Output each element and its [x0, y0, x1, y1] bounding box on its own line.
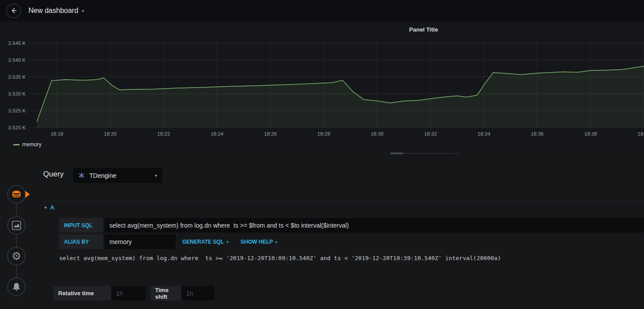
svg-text:3.525 K: 3.525 K	[8, 108, 26, 113]
query-row-collapse-toggle[interactable]: ▾ A	[44, 204, 54, 211]
svg-text:3.545 K: 3.545 K	[8, 40, 26, 46]
svg-text:18:32: 18:32	[424, 131, 437, 136]
chevron-right-icon: ▸	[276, 240, 278, 244]
legend-label: memory	[22, 141, 41, 148]
bell-icon	[12, 282, 21, 292]
svg-text:18:30: 18:30	[371, 131, 384, 136]
chevron-down-icon: ▾	[82, 8, 84, 13]
tab-queries[interactable]	[7, 185, 26, 204]
show-help-label: SHOW HELP	[240, 239, 273, 245]
svg-text:18:28: 18:28	[317, 131, 330, 136]
svg-text:18:20: 18:20	[104, 131, 117, 136]
svg-text:3.530 K: 3.530 K	[8, 91, 26, 96]
gear-icon: ⚙	[12, 251, 21, 261]
legend-color-swatch	[13, 144, 20, 145]
svg-text:18:34: 18:34	[477, 131, 490, 136]
alias-by-row: ALIAS BY GENERATE SQL ▾ SHOW HELP ▸	[59, 234, 283, 249]
chevron-down-icon: ▾	[155, 173, 157, 178]
horizontal-scrollbar[interactable]	[390, 152, 458, 155]
relative-time-field[interactable]	[111, 286, 146, 301]
generate-sql-label: GENERATE SQL	[182, 239, 224, 245]
query-row-letter: A	[50, 204, 54, 211]
alias-by-field[interactable]	[104, 234, 176, 249]
relative-time-label: Relative time	[53, 286, 111, 301]
alias-by-label: ALIAS BY	[59, 234, 103, 249]
grafana-panel-editor: New dashboard ▾ Panel Title 3.520 K3.525…	[0, 0, 644, 309]
input-sql-row: INPUT SQL	[59, 218, 644, 233]
svg-text:18:26: 18:26	[264, 131, 277, 136]
dashboard-title: New dashboard	[28, 7, 78, 15]
input-sql-field[interactable]	[104, 218, 644, 233]
svg-text:3.520 K: 3.520 K	[8, 125, 26, 130]
datasource-name: TDengine	[89, 172, 150, 179]
svg-text:3.535 K: 3.535 K	[8, 74, 26, 80]
tab-visualization[interactable]	[7, 216, 26, 235]
time-options-row: Relative time Time shift	[53, 286, 214, 301]
tdengine-logo-icon	[78, 172, 85, 179]
input-sql-label: INPUT SQL	[59, 218, 103, 233]
datasource-picker[interactable]: TDengine ▾	[73, 168, 162, 183]
graph-icon	[12, 221, 21, 230]
database-icon	[12, 189, 21, 199]
panel-title: Panel Title	[409, 26, 438, 33]
tab-alert[interactable]	[7, 277, 26, 296]
svg-text:18:38: 18:38	[584, 131, 597, 136]
chevron-down-icon: ▾	[44, 205, 47, 210]
svg-text:18:40: 18:40	[638, 131, 644, 136]
generate-sql-button[interactable]: GENERATE SQL ▾	[177, 234, 234, 249]
chart-panel: Panel Title 3.520 K3.525 K3.530 K3.535 K…	[4, 21, 644, 151]
scrollbar-track-dots	[404, 153, 458, 154]
chart-svg: 3.520 K3.525 K3.530 K3.535 K3.540 K3.545…	[4, 40, 644, 141]
query-row-divider	[43, 201, 644, 201]
dashboard-title-dropdown[interactable]: New dashboard ▾	[28, 7, 84, 15]
show-help-button[interactable]: SHOW HELP ▸	[235, 234, 283, 249]
generated-sql-preview: select avg(mem_system) from log.dn where…	[59, 255, 501, 261]
spacer	[146, 286, 150, 301]
time-shift-label: Time shift	[150, 286, 181, 301]
svg-text:18:36: 18:36	[531, 131, 544, 136]
svg-text:18:18: 18:18	[51, 131, 64, 136]
svg-text:18:24: 18:24	[211, 131, 224, 136]
back-button[interactable]	[6, 4, 21, 18]
scrollbar-handle[interactable]	[390, 152, 404, 154]
arrow-left-icon	[9, 6, 18, 15]
top-navbar: New dashboard ▾	[0, 0, 644, 21]
legend-item-memory[interactable]: memory	[13, 141, 41, 148]
tabs-connector-line	[16, 194, 17, 287]
svg-text:3.540 K: 3.540 K	[8, 57, 26, 63]
active-tab-arrow-icon	[25, 191, 30, 198]
svg-text:18:22: 18:22	[157, 131, 170, 136]
query-section-title: Query	[43, 170, 64, 179]
tab-general[interactable]: ⚙	[7, 247, 26, 265]
time-shift-field[interactable]	[181, 286, 214, 301]
chevron-down-icon: ▾	[227, 240, 229, 244]
